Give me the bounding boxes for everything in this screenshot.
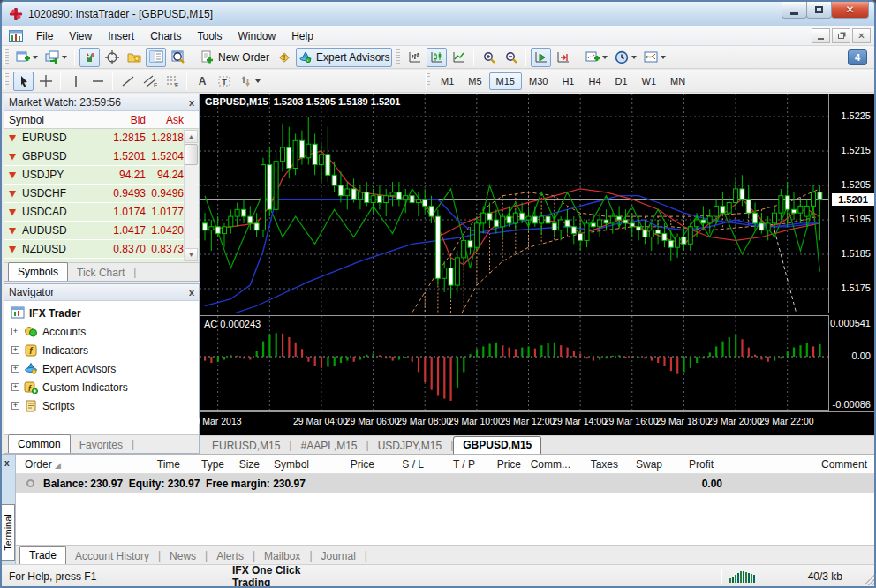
terminal-column-type[interactable]: Type: [184, 458, 228, 471]
market-watch-tab-symbols[interactable]: Symbols: [8, 262, 68, 281]
window-close-button[interactable]: ✕: [831, 2, 869, 19]
chart-tab--aapl-m15[interactable]: #AAPL,M15: [291, 438, 366, 454]
indicators-button[interactable]: [583, 48, 610, 67]
arrows-dropdown-icon[interactable]: [255, 79, 261, 83]
tree-item-scripts[interactable]: + Scripts: [4, 396, 199, 415]
timeframe-d1-button[interactable]: D1: [608, 72, 635, 90]
menu-item-view[interactable]: View: [61, 27, 100, 45]
mdi-close-button[interactable]: ✕: [852, 28, 871, 43]
timeframe-m30-button[interactable]: M30: [522, 72, 555, 90]
templates-button[interactable]: [641, 48, 668, 67]
new-order-button[interactable]: New Order: [198, 48, 272, 67]
new-chart-button[interactable]: [13, 48, 41, 67]
terminal-tab-news[interactable]: News: [161, 547, 205, 564]
periods-button[interactable]: [612, 48, 639, 67]
expand-plus-icon[interactable]: +: [11, 365, 19, 373]
timeframe-h4-button[interactable]: H4: [581, 72, 608, 90]
menu-item-tools[interactable]: Tools: [190, 27, 230, 45]
price-axis[interactable]: 1.52251.52151.52051.51951.51851.51751.52…: [829, 94, 876, 454]
terminal-column-profit[interactable]: Profit: [666, 458, 717, 471]
terminal-column-symbol[interactable]: Symbol: [263, 458, 313, 471]
terminal-tab-journal[interactable]: Journal: [313, 547, 365, 564]
terminal-tab-alerts[interactable]: Alerts: [208, 547, 253, 564]
auto-scroll-button[interactable]: [531, 48, 551, 67]
chart-tab-eurusd-m15[interactable]: EURUSD,M15: [203, 438, 289, 454]
chart-window[interactable]: GBPUSD,M15 1.5203 1.5205 1.5189 1.5201 A…: [200, 94, 876, 454]
new-chart-dropdown-icon[interactable]: [33, 56, 38, 59]
expand-plus-icon[interactable]: +: [11, 328, 19, 335]
cursor-button[interactable]: [13, 72, 34, 91]
market-watch-row-gbpusd[interactable]: GBPUSD1.52011.5204: [4, 147, 199, 166]
zoom-out-button[interactable]: [501, 48, 521, 67]
crosshair-tool-button[interactable]: [35, 72, 56, 91]
expert-advisors-button[interactable]: Expert Advisors: [296, 48, 392, 67]
column-bid[interactable]: Bid: [100, 114, 146, 126]
tree-item-expert-advisors[interactable]: + Expert Advisors: [4, 359, 199, 378]
favorites-button[interactable]: [124, 48, 144, 67]
periods-dropdown-icon[interactable]: [631, 56, 637, 59]
timeframe-toolbar-grip[interactable]: [426, 73, 430, 89]
bar-chart-button[interactable]: [404, 48, 425, 67]
indicators-dropdown-icon[interactable]: [602, 56, 608, 59]
text-button[interactable]: A: [192, 72, 212, 91]
chart-tab-usdjpy-m15[interactable]: USDJPY,M15: [369, 438, 450, 454]
terminal-close-icon[interactable]: x: [4, 458, 10, 468]
market-watch-button[interactable]: [146, 48, 166, 67]
terminal-column-s-l[interactable]: S / L: [378, 458, 427, 471]
terminal-column-t-p[interactable]: T / P: [427, 458, 479, 471]
trend-line-button[interactable]: [117, 72, 138, 91]
tree-item-custom-indicators[interactable]: + f Custom Indicators: [4, 378, 199, 396]
main-chart-plot[interactable]: [200, 94, 829, 313]
market-watch-row-eurusd[interactable]: EURUSD1.28151.2818: [4, 129, 199, 147]
title-bar[interactable]: 1020890: InstaTrader - [GBPUSD,M15] ✕: [2, 2, 874, 26]
timeframe-h1-button[interactable]: H1: [555, 72, 581, 90]
window-minimize-button[interactable]: [782, 2, 807, 19]
scrollbar-thumb[interactable]: [185, 144, 198, 165]
vertical-line-button[interactable]: [65, 72, 86, 91]
market-watch-close-icon[interactable]: x: [189, 97, 194, 108]
market-watch-row-audusd[interactable]: AUDUSD1.04171.0420: [4, 222, 199, 240]
fibonacci-button[interactable]: F: [162, 72, 182, 91]
menu-item-help[interactable]: Help: [283, 27, 321, 45]
expand-plus-icon[interactable]: +: [11, 346, 19, 354]
market-watch-scrollbar[interactable]: ▲ ▼: [184, 130, 198, 261]
terminal-column-size[interactable]: Size: [228, 458, 263, 471]
terminal-column-order[interactable]: Order ◢: [16, 458, 87, 471]
tick-chart-button[interactable]: [79, 48, 100, 67]
terminal-column-price[interactable]: Price: [479, 458, 525, 471]
mdi-restore-button[interactable]: [832, 28, 850, 43]
equidistant-channel-button[interactable]: E: [140, 72, 160, 91]
terminal-tab-account-history[interactable]: Account History: [66, 547, 158, 564]
market-watch-row-nzdusd[interactable]: NZDUSD0.83700.8373: [4, 240, 199, 259]
balance-row[interactable]: Balance: 230.97 Equity: 230.97 Free marg…: [16, 474, 876, 493]
market-watch-row-usdchf[interactable]: USDCHF0.94930.9496: [4, 185, 199, 203]
terminal-column-price[interactable]: Price: [313, 458, 378, 471]
text-label-button[interactable]: T: [214, 72, 234, 91]
chart-tab-gbpusd-m15[interactable]: GBPUSD,M15: [453, 436, 541, 454]
terminal-column-time[interactable]: Time: [87, 458, 184, 471]
menu-item-insert[interactable]: Insert: [100, 27, 142, 45]
alert-button[interactable]: !: [274, 48, 294, 67]
horizontal-line-button[interactable]: [87, 72, 108, 91]
market-watch-row-usdcad[interactable]: USDCAD1.01741.0177: [4, 203, 199, 222]
profiles-button[interactable]: [42, 48, 70, 67]
timeframe-m15-button[interactable]: M15: [489, 72, 522, 90]
resize-grip[interactable]: [864, 573, 876, 585]
terminal-tab-trade[interactable]: Trade: [19, 546, 66, 564]
navigator-tab-favorites[interactable]: Favorites: [71, 436, 132, 453]
menu-item-window[interactable]: Window: [230, 27, 284, 45]
zoom-in-button[interactable]: [479, 48, 499, 67]
arrows-button[interactable]: [236, 72, 263, 91]
scroll-up-icon[interactable]: ▲: [185, 130, 198, 143]
navigator-title-bar[interactable]: Navigator x: [4, 284, 199, 301]
expand-plus-icon[interactable]: +: [11, 402, 19, 410]
timeframe-w1-button[interactable]: W1: [635, 72, 664, 90]
candlestick-chart-button[interactable]: [427, 48, 447, 67]
terminal-column-comm-[interactable]: Comm...: [525, 458, 574, 471]
market-watch-tab-tick-chart[interactable]: Tick Chart: [68, 264, 133, 281]
terminal-tab-mailbox[interactable]: Mailbox: [255, 547, 309, 564]
timeframe-mn-button[interactable]: MN: [663, 72, 692, 90]
menu-item-charts[interactable]: Charts: [142, 27, 189, 45]
expand-plus-icon[interactable]: +: [11, 383, 19, 391]
terminal-column-swap[interactable]: Swap: [622, 458, 666, 471]
